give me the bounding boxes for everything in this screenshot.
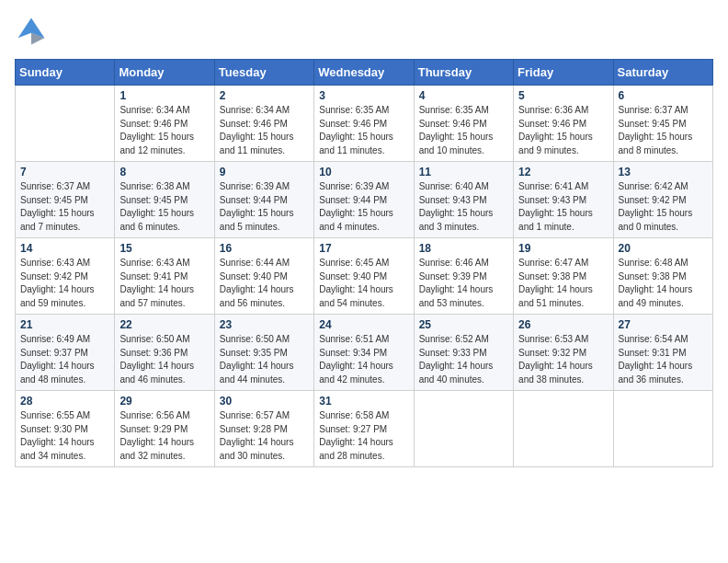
day-number: 2 [220,89,309,102]
week-row-1: 1Sunrise: 6:34 AMSunset: 9:46 PMDaylight… [16,86,713,162]
week-row-2: 7Sunrise: 6:37 AMSunset: 9:45 PMDaylight… [16,162,713,238]
calendar-cell: 17Sunrise: 6:45 AMSunset: 9:40 PMDayligh… [314,238,414,315]
day-info: Sunrise: 6:53 AMSunset: 9:32 PMDaylight:… [518,333,608,386]
calendar-cell: 13Sunrise: 6:42 AMSunset: 9:42 PMDayligh… [613,162,712,238]
logo [15,15,48,48]
header-day-sunday: Sunday [16,60,115,86]
day-info: Sunrise: 6:38 AMSunset: 9:45 PMDaylight:… [119,180,209,234]
day-number: 29 [119,395,209,408]
day-info: Sunrise: 6:36 AMSunset: 9:46 PMDaylight:… [518,104,608,157]
day-info: Sunrise: 6:57 AMSunset: 9:28 PMDaylight:… [220,409,309,463]
day-number: 14 [20,242,109,255]
day-number: 1 [119,89,209,102]
header-day-friday: Friday [514,60,613,86]
day-info: Sunrise: 6:55 AMSunset: 9:30 PMDaylight:… [20,409,109,463]
header-row: SundayMondayTuesdayWednesdayThursdayFrid… [16,60,713,86]
day-number: 5 [518,89,608,102]
day-number: 12 [518,166,608,178]
calendar-cell [16,86,115,162]
calendar-cell [613,391,712,467]
calendar-cell: 28Sunrise: 6:55 AMSunset: 9:30 PMDayligh… [16,391,115,467]
week-row-3: 14Sunrise: 6:43 AMSunset: 9:42 PMDayligh… [16,238,713,315]
logo-icon [15,15,48,48]
calendar-cell: 7Sunrise: 6:37 AMSunset: 9:45 PMDaylight… [16,162,115,238]
calendar-cell: 24Sunrise: 6:51 AMSunset: 9:34 PMDayligh… [314,315,414,391]
calendar-cell [514,391,613,467]
day-number: 3 [319,89,408,102]
day-info: Sunrise: 6:49 AMSunset: 9:37 PMDaylight:… [20,333,109,386]
day-number: 25 [419,318,508,331]
day-number: 22 [119,318,209,331]
calendar-cell: 21Sunrise: 6:49 AMSunset: 9:37 PMDayligh… [16,315,115,391]
calendar-cell: 29Sunrise: 6:56 AMSunset: 9:29 PMDayligh… [115,391,214,467]
day-number: 17 [319,242,408,255]
day-number: 19 [518,242,608,255]
calendar-cell: 18Sunrise: 6:46 AMSunset: 9:39 PMDayligh… [414,238,513,315]
day-info: Sunrise: 6:42 AMSunset: 9:42 PMDaylight:… [619,180,708,234]
calendar-cell: 16Sunrise: 6:44 AMSunset: 9:40 PMDayligh… [214,238,313,315]
day-info: Sunrise: 6:43 AMSunset: 9:41 PMDaylight:… [119,257,209,310]
page-header [15,15,713,48]
calendar-cell: 15Sunrise: 6:43 AMSunset: 9:41 PMDayligh… [115,238,214,315]
calendar-cell: 26Sunrise: 6:53 AMSunset: 9:32 PMDayligh… [514,315,613,391]
day-info: Sunrise: 6:47 AMSunset: 9:38 PMDaylight:… [518,257,608,310]
calendar-cell: 20Sunrise: 6:48 AMSunset: 9:38 PMDayligh… [613,238,712,315]
calendar-cell: 8Sunrise: 6:38 AMSunset: 9:45 PMDaylight… [115,162,214,238]
week-row-5: 28Sunrise: 6:55 AMSunset: 9:30 PMDayligh… [16,391,713,467]
header-day-thursday: Thursday [414,60,513,86]
calendar-cell [414,391,513,467]
day-number: 9 [220,166,309,178]
day-info: Sunrise: 6:37 AMSunset: 9:45 PMDaylight:… [619,104,708,157]
calendar-cell: 11Sunrise: 6:40 AMSunset: 9:43 PMDayligh… [414,162,513,238]
calendar-cell: 5Sunrise: 6:36 AMSunset: 9:46 PMDaylight… [514,86,613,162]
day-number: 27 [619,318,708,331]
day-info: Sunrise: 6:46 AMSunset: 9:39 PMDaylight:… [419,257,508,310]
day-info: Sunrise: 6:45 AMSunset: 9:40 PMDaylight:… [319,257,408,310]
day-info: Sunrise: 6:35 AMSunset: 9:46 PMDaylight:… [419,104,508,157]
day-info: Sunrise: 6:50 AMSunset: 9:35 PMDaylight:… [220,333,309,386]
day-number: 24 [319,318,408,331]
day-info: Sunrise: 6:34 AMSunset: 9:46 PMDaylight:… [220,104,309,157]
calendar-cell: 22Sunrise: 6:50 AMSunset: 9:36 PMDayligh… [115,315,214,391]
day-number: 10 [319,166,408,178]
day-info: Sunrise: 6:56 AMSunset: 9:29 PMDaylight:… [119,409,209,463]
week-row-4: 21Sunrise: 6:49 AMSunset: 9:37 PMDayligh… [16,315,713,391]
day-info: Sunrise: 6:41 AMSunset: 9:43 PMDaylight:… [518,180,608,234]
header-day-saturday: Saturday [613,60,712,86]
day-number: 16 [220,242,309,255]
day-info: Sunrise: 6:48 AMSunset: 9:38 PMDaylight:… [619,257,708,310]
day-number: 15 [119,242,209,255]
calendar-cell: 6Sunrise: 6:37 AMSunset: 9:45 PMDaylight… [613,86,712,162]
calendar-cell: 30Sunrise: 6:57 AMSunset: 9:28 PMDayligh… [214,391,313,467]
day-number: 23 [220,318,309,331]
day-number: 28 [20,395,109,408]
calendar-cell: 4Sunrise: 6:35 AMSunset: 9:46 PMDaylight… [414,86,513,162]
day-info: Sunrise: 6:52 AMSunset: 9:33 PMDaylight:… [419,333,508,386]
day-info: Sunrise: 6:51 AMSunset: 9:34 PMDaylight:… [319,333,408,386]
day-number: 6 [619,89,708,102]
calendar-table: SundayMondayTuesdayWednesdayThursdayFrid… [15,59,713,467]
day-number: 7 [20,166,109,178]
day-info: Sunrise: 6:35 AMSunset: 9:46 PMDaylight:… [319,104,408,157]
header-day-tuesday: Tuesday [214,60,313,86]
calendar-cell: 31Sunrise: 6:58 AMSunset: 9:27 PMDayligh… [314,391,414,467]
day-info: Sunrise: 6:54 AMSunset: 9:31 PMDaylight:… [619,333,708,386]
day-number: 31 [319,395,408,408]
day-number: 13 [619,166,708,178]
day-info: Sunrise: 6:37 AMSunset: 9:45 PMDaylight:… [20,180,109,234]
calendar-cell: 10Sunrise: 6:39 AMSunset: 9:44 PMDayligh… [314,162,414,238]
calendar-cell: 19Sunrise: 6:47 AMSunset: 9:38 PMDayligh… [514,238,613,315]
calendar-cell: 9Sunrise: 6:39 AMSunset: 9:44 PMDaylight… [214,162,313,238]
day-info: Sunrise: 6:39 AMSunset: 9:44 PMDaylight:… [220,180,309,234]
day-info: Sunrise: 6:34 AMSunset: 9:46 PMDaylight:… [119,104,209,157]
calendar-cell: 25Sunrise: 6:52 AMSunset: 9:33 PMDayligh… [414,315,513,391]
calendar-cell: 27Sunrise: 6:54 AMSunset: 9:31 PMDayligh… [613,315,712,391]
day-number: 8 [119,166,209,178]
calendar-cell: 1Sunrise: 6:34 AMSunset: 9:46 PMDaylight… [115,86,214,162]
day-info: Sunrise: 6:39 AMSunset: 9:44 PMDaylight:… [319,180,408,234]
day-number: 21 [20,318,109,331]
day-number: 26 [518,318,608,331]
day-number: 20 [619,242,708,255]
day-info: Sunrise: 6:58 AMSunset: 9:27 PMDaylight:… [319,409,408,463]
header-day-wednesday: Wednesday [314,60,414,86]
